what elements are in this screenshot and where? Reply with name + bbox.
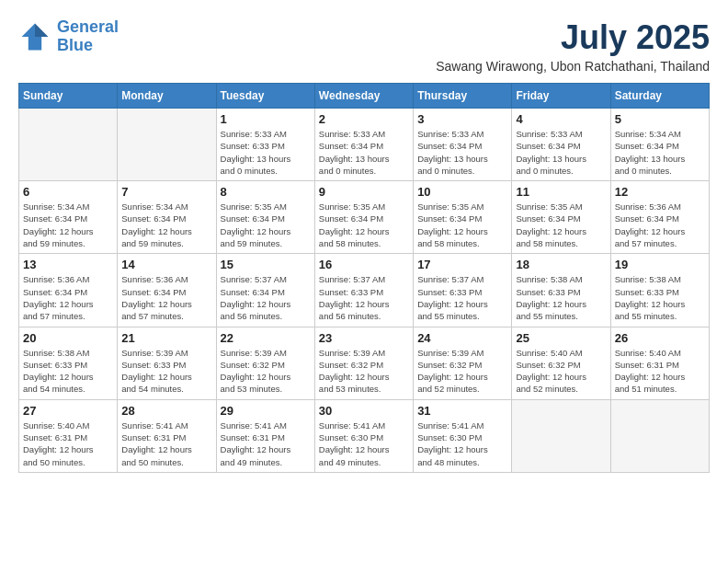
calendar-cell: 17Sunrise: 5:37 AM Sunset: 6:33 PM Dayli…: [414, 254, 512, 327]
day-info: Sunrise: 5:34 AM Sunset: 6:34 PM Dayligh…: [615, 128, 705, 177]
day-number: 22: [221, 331, 311, 345]
day-info: Sunrise: 5:34 AM Sunset: 6:34 PM Dayligh…: [121, 201, 211, 249]
calendar-week-row: 1Sunrise: 5:33 AM Sunset: 6:33 PM Daylig…: [19, 109, 710, 181]
day-info: Sunrise: 5:40 AM Sunset: 6:32 PM Dayligh…: [516, 347, 606, 396]
calendar-cell: [19, 109, 118, 181]
day-info: Sunrise: 5:36 AM Sunset: 6:34 PM Dayligh…: [23, 273, 113, 322]
day-number: 30: [319, 404, 409, 418]
calendar-cell: 10Sunrise: 5:35 AM Sunset: 6:34 PM Dayli…: [414, 181, 512, 254]
day-number: 17: [417, 258, 507, 271]
calendar-week-row: 27Sunrise: 5:40 AM Sunset: 6:31 PM Dayli…: [19, 399, 710, 472]
day-info: Sunrise: 5:35 AM Sunset: 6:34 PM Dayligh…: [516, 201, 606, 249]
calendar-header-row: SundayMondayTuesdayWednesdayThursdayFrid…: [19, 84, 710, 109]
day-info: Sunrise: 5:35 AM Sunset: 6:34 PM Dayligh…: [319, 201, 409, 249]
calendar-header-saturday: Saturday: [610, 84, 709, 109]
day-info: Sunrise: 5:37 AM Sunset: 6:34 PM Dayligh…: [221, 273, 311, 322]
calendar-cell: 25Sunrise: 5:40 AM Sunset: 6:32 PM Dayli…: [512, 327, 610, 399]
calendar-week-row: 13Sunrise: 5:36 AM Sunset: 6:34 PM Dayli…: [19, 254, 710, 327]
day-number: 4: [516, 112, 606, 126]
calendar-cell: 2Sunrise: 5:33 AM Sunset: 6:34 PM Daylig…: [314, 109, 413, 181]
calendar-cell: 3Sunrise: 5:33 AM Sunset: 6:34 PM Daylig…: [414, 109, 512, 181]
day-number: 16: [319, 258, 409, 271]
day-info: Sunrise: 5:41 AM Sunset: 6:30 PM Dayligh…: [319, 419, 409, 468]
day-number: 11: [516, 185, 606, 199]
calendar-cell: 21Sunrise: 5:39 AM Sunset: 6:33 PM Dayli…: [118, 327, 216, 399]
day-number: 24: [417, 331, 507, 345]
day-info: Sunrise: 5:38 AM Sunset: 6:33 PM Dayligh…: [615, 273, 705, 322]
calendar-cell: 24Sunrise: 5:39 AM Sunset: 6:32 PM Dayli…: [414, 327, 512, 399]
calendar-cell: 6Sunrise: 5:34 AM Sunset: 6:34 PM Daylig…: [19, 181, 118, 254]
calendar-cell: [610, 399, 709, 472]
day-number: 2: [319, 112, 409, 126]
calendar-header-sunday: Sunday: [19, 84, 118, 109]
day-number: 28: [121, 404, 211, 418]
calendar-cell: [118, 109, 216, 181]
day-number: 19: [615, 258, 705, 271]
calendar-cell: 22Sunrise: 5:39 AM Sunset: 6:32 PM Dayli…: [216, 327, 314, 399]
day-info: Sunrise: 5:37 AM Sunset: 6:33 PM Dayligh…: [417, 273, 507, 322]
day-info: Sunrise: 5:38 AM Sunset: 6:33 PM Dayligh…: [23, 347, 113, 396]
day-info: Sunrise: 5:33 AM Sunset: 6:34 PM Dayligh…: [516, 128, 606, 177]
day-number: 9: [319, 185, 409, 199]
day-number: 23: [319, 331, 409, 345]
calendar-week-row: 20Sunrise: 5:38 AM Sunset: 6:33 PM Dayli…: [19, 327, 710, 399]
logo: General Blue: [18, 18, 119, 55]
day-info: Sunrise: 5:33 AM Sunset: 6:34 PM Dayligh…: [417, 128, 507, 177]
calendar-header-monday: Monday: [118, 84, 216, 109]
day-number: 7: [121, 185, 211, 199]
calendar-cell: 23Sunrise: 5:39 AM Sunset: 6:32 PM Dayli…: [314, 327, 413, 399]
day-number: 13: [23, 258, 113, 271]
day-number: 12: [615, 185, 705, 199]
calendar-cell: 4Sunrise: 5:33 AM Sunset: 6:34 PM Daylig…: [512, 109, 610, 181]
day-number: 5: [615, 112, 705, 126]
calendar-header-thursday: Thursday: [414, 84, 512, 109]
day-number: 8: [221, 185, 311, 199]
day-info: Sunrise: 5:39 AM Sunset: 6:32 PM Dayligh…: [221, 347, 311, 396]
calendar-header-wednesday: Wednesday: [314, 84, 413, 109]
calendar-cell: 28Sunrise: 5:41 AM Sunset: 6:31 PM Dayli…: [118, 399, 216, 472]
calendar-cell: 31Sunrise: 5:41 AM Sunset: 6:30 PM Dayli…: [414, 399, 512, 472]
calendar-table: SundayMondayTuesdayWednesdayThursdayFrid…: [18, 83, 710, 473]
day-number: 1: [221, 112, 311, 126]
day-number: 31: [417, 404, 507, 418]
calendar-cell: 1Sunrise: 5:33 AM Sunset: 6:33 PM Daylig…: [216, 109, 314, 181]
month-title: July 2025: [436, 18, 710, 57]
day-info: Sunrise: 5:40 AM Sunset: 6:31 PM Dayligh…: [23, 419, 113, 468]
day-info: Sunrise: 5:40 AM Sunset: 6:31 PM Dayligh…: [615, 347, 705, 396]
day-info: Sunrise: 5:39 AM Sunset: 6:33 PM Dayligh…: [121, 347, 211, 396]
calendar-cell: [512, 399, 610, 472]
calendar-cell: 5Sunrise: 5:34 AM Sunset: 6:34 PM Daylig…: [610, 109, 709, 181]
calendar-cell: 20Sunrise: 5:38 AM Sunset: 6:33 PM Dayli…: [19, 327, 118, 399]
page-header: General Blue July 2025 Sawang Wirawong, …: [18, 18, 710, 74]
calendar-cell: 12Sunrise: 5:36 AM Sunset: 6:34 PM Dayli…: [610, 181, 709, 254]
day-number: 6: [23, 185, 113, 199]
day-info: Sunrise: 5:39 AM Sunset: 6:32 PM Dayligh…: [417, 347, 507, 396]
calendar-cell: 19Sunrise: 5:38 AM Sunset: 6:33 PM Dayli…: [610, 254, 709, 327]
calendar-cell: 14Sunrise: 5:36 AM Sunset: 6:34 PM Dayli…: [118, 254, 216, 327]
calendar-cell: 26Sunrise: 5:40 AM Sunset: 6:31 PM Dayli…: [610, 327, 709, 399]
day-number: 21: [121, 331, 211, 345]
calendar-header-friday: Friday: [512, 84, 610, 109]
day-number: 25: [516, 331, 606, 345]
calendar-cell: 13Sunrise: 5:36 AM Sunset: 6:34 PM Dayli…: [19, 254, 118, 327]
day-info: Sunrise: 5:35 AM Sunset: 6:34 PM Dayligh…: [221, 201, 311, 249]
day-info: Sunrise: 5:37 AM Sunset: 6:33 PM Dayligh…: [319, 273, 409, 322]
calendar-cell: 8Sunrise: 5:35 AM Sunset: 6:34 PM Daylig…: [216, 181, 314, 254]
calendar-cell: 11Sunrise: 5:35 AM Sunset: 6:34 PM Dayli…: [512, 181, 610, 254]
calendar-cell: 30Sunrise: 5:41 AM Sunset: 6:30 PM Dayli…: [314, 399, 413, 472]
day-info: Sunrise: 5:41 AM Sunset: 6:30 PM Dayligh…: [417, 419, 507, 468]
logo-line1: General: [57, 18, 119, 37]
day-number: 27: [23, 404, 113, 418]
logo-text: General Blue: [57, 18, 119, 55]
day-info: Sunrise: 5:33 AM Sunset: 6:34 PM Dayligh…: [319, 128, 409, 177]
day-info: Sunrise: 5:39 AM Sunset: 6:32 PM Dayligh…: [319, 347, 409, 396]
day-number: 29: [221, 404, 311, 418]
day-info: Sunrise: 5:41 AM Sunset: 6:31 PM Dayligh…: [221, 419, 311, 468]
calendar-week-row: 6Sunrise: 5:34 AM Sunset: 6:34 PM Daylig…: [19, 181, 710, 254]
logo-icon: [18, 20, 51, 53]
day-number: 20: [23, 331, 113, 345]
calendar-cell: 15Sunrise: 5:37 AM Sunset: 6:34 PM Dayli…: [216, 254, 314, 327]
day-info: Sunrise: 5:36 AM Sunset: 6:34 PM Dayligh…: [615, 201, 705, 249]
logo-line2: Blue: [57, 37, 119, 55]
calendar-header-tuesday: Tuesday: [216, 84, 314, 109]
